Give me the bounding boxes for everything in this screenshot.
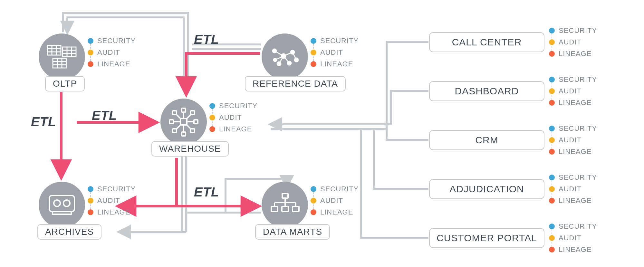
dot-lineage [88, 61, 93, 67]
svg-point-34 [54, 200, 60, 206]
etl-label-oltp-warehouse: ETL [92, 108, 117, 123]
svg-point-12 [291, 50, 294, 54]
node-label-datamarts: DATA MARTS [255, 224, 330, 240]
svg-rect-30 [173, 129, 177, 133]
node-warehouse [160, 99, 207, 145]
node-archives [39, 182, 85, 228]
hierarchy-icon [270, 192, 300, 217]
svg-rect-36 [282, 194, 288, 198]
app-dashboard: DASHBOARD [429, 81, 544, 101]
node-reference [262, 33, 308, 80]
diagram-canvas: ETL ETL ETL ETL OLTP SECURITY AUDIT LINE… [0, 0, 644, 267]
svg-rect-42 [271, 206, 278, 212]
svg-rect-44 [293, 206, 299, 212]
svg-rect-1 [62, 47, 76, 57]
svg-rect-2 [53, 58, 66, 68]
node-label-reference: REFERENCE DATA [245, 76, 346, 91]
svg-rect-0 [47, 45, 61, 55]
node-label-warehouse: WAREHOUSE [151, 141, 229, 157]
svg-rect-20 [182, 132, 186, 136]
svg-point-35 [63, 200, 70, 206]
app-adjudication: ADJUDICATION [429, 179, 544, 199]
svg-point-13 [294, 58, 298, 62]
svg-rect-22 [169, 120, 173, 124]
etl-label-reference-warehouse: ETL [194, 32, 219, 47]
sal-lineage-label: LINEAGE [97, 60, 130, 68]
app-customer-portal: CUSTOMER PORTAL [429, 228, 544, 248]
node-label-archives: ARCHIVES [37, 224, 101, 240]
app-crm: CRM [429, 130, 544, 150]
svg-point-10 [281, 54, 286, 58]
svg-rect-16 [180, 119, 187, 125]
svg-point-15 [274, 58, 277, 62]
graph-icon [269, 44, 300, 69]
tables-icon [46, 44, 78, 70]
node-oltp [39, 33, 85, 80]
node-label-oltp: OLTP [45, 76, 85, 91]
svg-point-14 [287, 61, 291, 65]
app-call-center: CALL CENTER [429, 32, 544, 52]
svg-rect-43 [282, 206, 288, 212]
tape-icon [48, 194, 76, 215]
svg-rect-18 [182, 108, 186, 112]
etl-label-warehouse-out: ETL [194, 185, 219, 199]
dot-security [88, 38, 93, 44]
sal-security-label: SECURITY [97, 37, 136, 45]
hub-icon [169, 107, 198, 137]
etl-label-oltp-archives: ETL [31, 115, 56, 129]
svg-rect-33 [49, 195, 74, 212]
svg-rect-24 [194, 120, 198, 124]
svg-point-9 [273, 49, 276, 53]
svg-rect-26 [173, 111, 177, 115]
svg-point-11 [277, 62, 281, 66]
sal-audit-label: AUDIT [97, 48, 120, 57]
dot-audit [88, 50, 93, 55]
node-datamarts [262, 182, 308, 228]
svg-rect-32 [191, 129, 195, 133]
svg-rect-28 [191, 111, 195, 115]
